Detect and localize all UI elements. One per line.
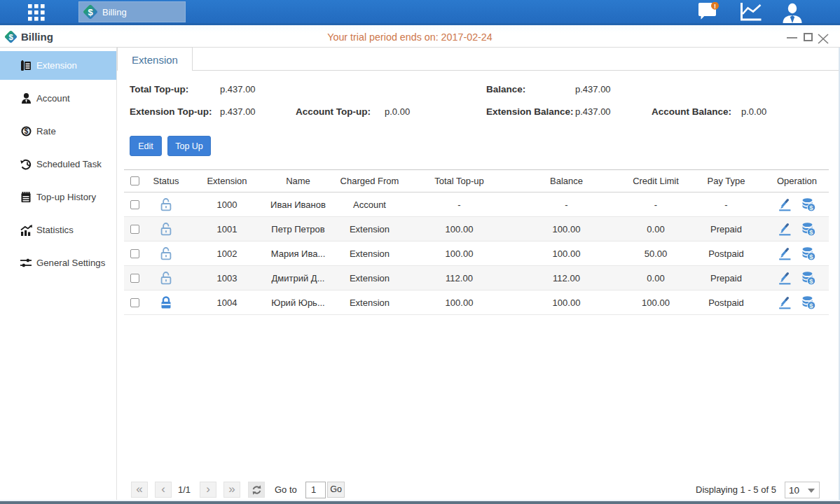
- svg-text:$: $: [88, 7, 93, 18]
- svg-text:$: $: [24, 127, 28, 135]
- svg-text:!: !: [714, 3, 716, 10]
